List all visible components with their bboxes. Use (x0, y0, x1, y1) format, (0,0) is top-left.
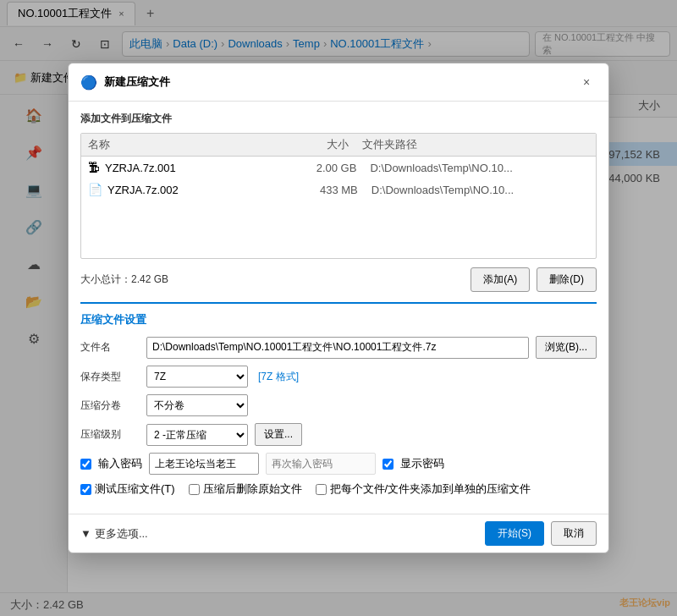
ft-file-name: YZRJA.7z.001 (105, 162, 269, 174)
dialog-footer: ▼ 更多选项... 开始(S) 取消 (69, 514, 608, 553)
save-type-label: 保存类型 (80, 370, 140, 384)
compression-settings-button[interactable]: 设置... (255, 423, 302, 446)
password-label: 输入密码 (98, 456, 142, 471)
each-file-label: 把每个文件/文件夹添加到单独的压缩文件 (330, 481, 531, 497)
ft-file-size: 2.00 GB (269, 162, 356, 174)
level-row: 压缩级别 2 -正常压缩 设置... (80, 423, 597, 446)
footer-buttons: 开始(S) 取消 (485, 521, 597, 546)
ft-header-size: 大小 (258, 137, 349, 152)
dialog-body: 添加文件到压缩文件 名称 大小 文件夹路径 🗜 YZRJA.7z.001 2.0… (69, 102, 608, 514)
action-buttons: 添加(A) 删除(D) (471, 267, 597, 292)
settings-title: 压缩文件设置 (80, 312, 597, 327)
split-label: 压缩分卷 (80, 399, 140, 413)
checkboxes-row: 测试压缩文件(T) 压缩后删除原始文件 把每个文件/文件夹添加到单独的压缩文件 (80, 481, 597, 497)
filename-input[interactable] (146, 337, 529, 359)
ft-file-size: 433 MB (271, 184, 358, 196)
files-table: 名称 大小 文件夹路径 🗜 YZRJA.7z.001 2.00 GB D:\Do… (80, 133, 597, 259)
dialog-icon: 🔵 (80, 74, 97, 91)
more-options[interactable]: ▼ 更多选项... (80, 526, 148, 542)
split-row: 压缩分卷 不分卷 (80, 394, 597, 416)
modal-overlay: 🔵 新建压缩文件 × 添加文件到压缩文件 名称 大小 文件夹路径 🗜 YZRJA… (0, 0, 677, 616)
more-options-icon: ▼ (80, 527, 91, 540)
delete-after-item[interactable]: 压缩后删除原始文件 (189, 481, 302, 497)
confirm-password-input[interactable] (266, 453, 376, 475)
more-options-label: 更多选项... (95, 526, 148, 542)
delete-after-label: 压缩后删除原始文件 (203, 481, 302, 497)
delete-files-button[interactable]: 删除(D) (537, 267, 597, 292)
save-type-row: 保存类型 7Z [7Z 格式] (80, 366, 597, 388)
dialog-title-bar: 🔵 新建压缩文件 × (69, 63, 608, 102)
start-button[interactable]: 开始(S) (485, 521, 544, 546)
dialog: 🔵 新建压缩文件 × 添加文件到压缩文件 名称 大小 文件夹路径 🗜 YZRJA… (68, 63, 609, 553)
ft-header-path: 文件夹路径 (362, 137, 589, 152)
total-row: 大小总计：2.42 GB 添加(A) 删除(D) (80, 267, 597, 292)
total-label: 大小总计：2.42 GB (80, 272, 168, 287)
test-compress-item[interactable]: 测试压缩文件(T) (80, 481, 175, 497)
save-type-select[interactable]: 7Z (146, 366, 248, 388)
browse-button[interactable]: 浏览(B)... (536, 336, 597, 359)
ft-file-path: D:\Downloads\Temp\NO.10... (372, 184, 589, 196)
ft-file-name: YZRJA.7z.002 (107, 184, 271, 196)
split-select[interactable]: 不分卷 (146, 394, 248, 416)
dialog-close-button[interactable]: × (576, 72, 597, 92)
filename-row: 文件名 浏览(B)... (80, 336, 597, 359)
ft-header-name: 名称 (88, 137, 258, 152)
add-files-title: 添加文件到压缩文件 (80, 112, 597, 126)
cancel-button[interactable]: 取消 (551, 521, 597, 546)
add-files-button[interactable]: 添加(A) (471, 267, 530, 292)
format-link[interactable]: [7Z 格式] (258, 370, 299, 384)
show-password-checkbox[interactable] (383, 459, 394, 470)
password-checkbox[interactable] (80, 459, 91, 470)
file-icon: 📄 (88, 183, 102, 196)
delete-after-checkbox[interactable] (189, 484, 200, 495)
dialog-title: 新建压缩文件 (104, 74, 570, 90)
ft-file-path: D:\Downloads\Temp\NO.10... (370, 162, 589, 174)
each-file-item[interactable]: 把每个文件/文件夹添加到单独的压缩文件 (316, 481, 531, 497)
test-compress-checkbox[interactable] (80, 484, 91, 495)
show-password-label: 显示密码 (400, 456, 444, 471)
files-table-body: 🗜 YZRJA.7z.001 2.00 GB D:\Downloads\Temp… (81, 157, 596, 258)
test-compress-label: 测试压缩文件(T) (95, 481, 175, 497)
settings-section: 压缩文件设置 文件名 浏览(B)... 保存类型 7Z [7Z 格式] (80, 302, 597, 497)
filename-label: 文件名 (80, 340, 140, 355)
each-file-checkbox[interactable] (316, 484, 327, 495)
level-label: 压缩级别 (80, 427, 140, 442)
password-row: 输入密码 显示密码 (80, 453, 597, 475)
archive-icon: 🗜 (88, 161, 100, 174)
watermark: 老王论坛vip (619, 597, 670, 609)
password-input[interactable] (149, 453, 259, 475)
list-item[interactable]: 📄 YZRJA.7z.002 433 MB D:\Downloads\Temp\… (81, 179, 596, 201)
files-table-header: 名称 大小 文件夹路径 (81, 134, 596, 157)
level-select[interactable]: 2 -正常压缩 (146, 424, 248, 446)
list-item[interactable]: 🗜 YZRJA.7z.001 2.00 GB D:\Downloads\Temp… (81, 157, 596, 179)
